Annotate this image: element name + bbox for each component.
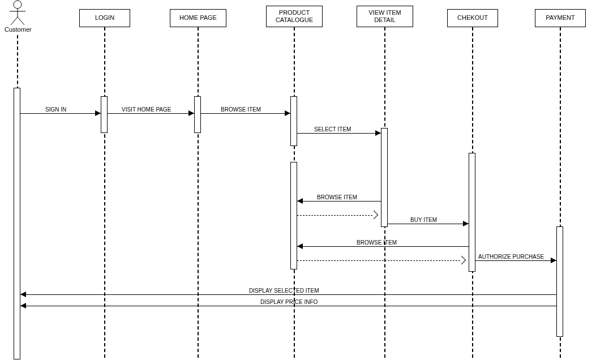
msg-select-label: SELECT ITEM (314, 126, 351, 132)
msg-signin-line (20, 113, 101, 114)
activation-home (194, 96, 201, 133)
activation-customer (14, 88, 20, 359)
msg-buy-label: BUY ITEM (410, 217, 437, 223)
lifeline-checkout: CHEKOUT (447, 9, 498, 27)
msg-visit-home-arrow (188, 110, 194, 116)
msg-authorize-line (475, 260, 556, 261)
msg-select-arrow (375, 130, 381, 136)
msg-display-selected-label: DISPLAY SELECTED ITEM (249, 288, 319, 294)
msg-signin-arrow (95, 110, 101, 116)
customer-actor-icon (7, 0, 28, 26)
msg-browse2-arrow (297, 198, 303, 204)
activation-view (381, 128, 388, 227)
msg-display-price-line (20, 306, 556, 306)
msg-display-price-label: DISPLAY PRICE INFO (260, 299, 318, 305)
msg-buy-line (388, 224, 469, 224)
msg-authorize-label: AUTHORIZE PURCHASE (478, 254, 544, 260)
msg-authorize-arrow (551, 258, 556, 263)
svg-line-3 (11, 17, 18, 25)
customer-actor-label: Customer (5, 26, 32, 33)
lifeline-login: LOGIN (79, 9, 130, 27)
svg-line-4 (18, 17, 24, 25)
msg-signin-label: SIGN IN (45, 106, 66, 113)
activation-login (101, 96, 108, 133)
lifeline-catalog: PRODUCT CATALOGUE (266, 6, 323, 27)
lifeline-view: VIEW ITEM DETAIL (357, 6, 413, 27)
msg-browse3-reply-arrow (458, 257, 465, 264)
msg-browse3-arrow (297, 243, 303, 249)
msg-visit-home-line (108, 113, 194, 114)
lifeline-dash-login (104, 27, 105, 358)
activation-catalog-2 (290, 162, 297, 269)
msg-browse3-label: BROWSE ITEM (357, 239, 397, 246)
msg-browse3-reply-line (297, 260, 460, 261)
msg-browse2-reply-line (297, 215, 372, 216)
msg-browse2-reply-arrow (371, 212, 378, 219)
svg-point-0 (14, 1, 22, 8)
sequence-diagram: Customer LOGIN HOME PAGE PRODUCT CATALOG… (0, 0, 596, 364)
msg-visit-home-label: VISIT HOME PAGE (122, 106, 171, 113)
msg-select-line (297, 133, 381, 134)
msg-browse1-line (201, 113, 290, 114)
activation-payment (556, 226, 563, 337)
lifeline-home: HOME PAGE (170, 9, 226, 27)
msg-browse1-label: BROWSE ITEM (221, 106, 261, 113)
lifeline-payment: PAYMENT (535, 9, 586, 27)
msg-buy-arrow (463, 221, 469, 226)
msg-browse1-arrow (285, 110, 290, 116)
lifeline-dash-home (198, 27, 199, 358)
msg-display-selected-line (20, 294, 556, 295)
msg-browse2-label: BROWSE ITEM (317, 194, 357, 200)
msg-browse3-line (297, 246, 469, 247)
msg-display-price-arrow (20, 303, 26, 309)
activation-checkout (469, 153, 475, 272)
msg-display-selected-arrow (20, 292, 26, 297)
activation-catalog-1 (290, 96, 297, 146)
msg-browse2-line (297, 201, 381, 202)
